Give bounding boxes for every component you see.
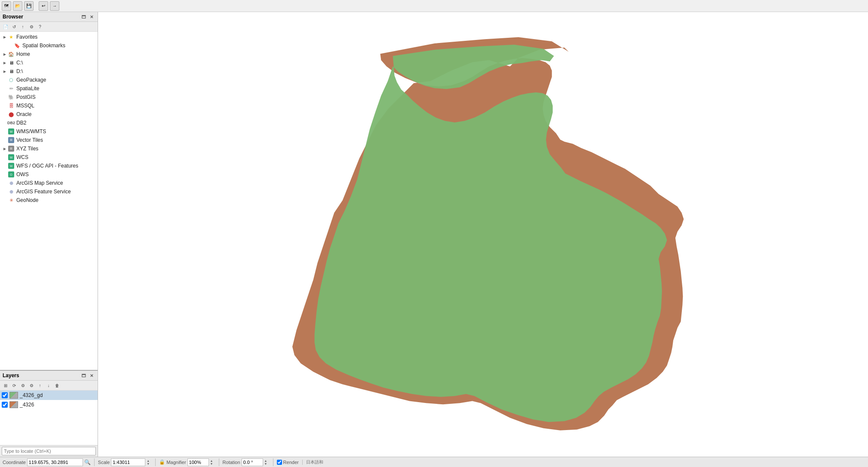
extra-status: 日本語和: [306, 459, 327, 465]
browser-tool-filter[interactable]: ⚙: [28, 23, 35, 31]
layers-close-btn[interactable]: ✕: [88, 372, 95, 379]
browser-panel-header: Browser 🗔 ✕: [0, 12, 98, 22]
wcs-label: WCS: [16, 154, 28, 160]
layers-tool-2[interactable]: ⟳: [10, 382, 18, 389]
c-drive-label: C:\: [16, 60, 23, 66]
browser-tool-help[interactable]: ?: [36, 23, 44, 31]
browser-item-db2[interactable]: DB2 DB2: [0, 119, 98, 127]
toolbar-button-4[interactable]: ↩: [39, 1, 48, 11]
browser-item-geonode[interactable]: ✳ GeoNode: [0, 196, 98, 205]
arcgis-feature-label: ArcGIS Feature Service: [16, 189, 71, 195]
magnifier-input[interactable]: [187, 458, 209, 466]
browser-item-xyz-tiles[interactable]: ▶ ⊞ XYZ Tiles: [0, 144, 98, 153]
magnifier-section: 🔒 Magnifier ▲ ▼: [159, 458, 219, 466]
browser-item-c-drive[interactable]: ▶ 🖥 C:\: [0, 58, 98, 67]
rotation-input[interactable]: [242, 458, 263, 466]
browser-close-btn[interactable]: ✕: [88, 13, 95, 20]
layers-tool-filter[interactable]: ⚙: [19, 382, 27, 389]
mssql-label: MSSQL: [16, 103, 34, 109]
layers-header-icons: 🗔 ✕: [80, 372, 95, 379]
browser-item-geopackage[interactable]: ⬡ GeoPackage: [0, 76, 98, 84]
layers-minimize-btn[interactable]: 🗔: [80, 372, 87, 379]
browser-title: Browser: [3, 14, 23, 20]
browser-item-mssql[interactable]: 🗄 MSSQL: [0, 101, 98, 110]
toolbar-button-1[interactable]: 🗺: [2, 1, 11, 11]
xyz-tiles-label: XYZ Tiles: [16, 146, 38, 152]
render-label: Render: [283, 460, 299, 465]
browser-item-wfs[interactable]: W WFS / OGC API - Features: [0, 162, 98, 170]
postgis-label: PostGIS: [16, 94, 36, 100]
browser-item-ows[interactable]: O OWS: [0, 170, 98, 179]
layers-tool-3[interactable]: ⚙: [28, 382, 35, 389]
browser-item-d-drive[interactable]: ▶ 🖥 D:\: [0, 67, 98, 76]
vector-tiles-icon: ⊞: [8, 137, 15, 143]
coordinate-input[interactable]: [27, 458, 83, 466]
expand-arrow-d-drive: ▶: [2, 70, 8, 73]
magnifier-spin[interactable]: ▲ ▼: [210, 459, 215, 465]
d-drive-icon: 🖥: [8, 68, 15, 75]
postgis-icon: 🐘: [8, 94, 15, 101]
status-bar: Coordinate 🔍 Scale ▲ ▼ 🔒 Magnifier ▲ ▼ R…: [0, 457, 868, 467]
scale-spin[interactable]: ▲ ▼: [147, 459, 152, 465]
browser-tool-new[interactable]: 📄: [2, 23, 9, 31]
geopackage-icon: ⬡: [8, 76, 15, 83]
browser-item-arcgis-feature[interactable]: ⊕ ArcGIS Feature Service: [0, 187, 98, 196]
browser-item-spatialite[interactable]: ✏ SpatiaLite: [0, 84, 98, 93]
search-input[interactable]: [2, 447, 96, 455]
browser-item-vector-tiles[interactable]: ⊞ Vector Tiles: [0, 136, 98, 144]
spatial-bookmarks-label: Spatial Bookmarks: [22, 43, 65, 49]
layer-checkbox-gd[interactable]: [2, 392, 8, 398]
browser-item-wcs[interactable]: W WCS: [0, 153, 98, 162]
browser-item-favorites[interactable]: ▶ ★ Favorites: [0, 33, 98, 41]
geonode-label: GeoNode: [16, 197, 38, 203]
layer-swatch-gd: [9, 392, 18, 399]
layers-title: Layers: [3, 372, 19, 378]
main-toolbar: 🗺 📂 💾 ↩ →: [0, 0, 868, 12]
map-svg: [98, 12, 868, 457]
toolbar-button-5[interactable]: →: [50, 1, 59, 11]
browser-item-postgis[interactable]: 🐘 PostGIS: [0, 93, 98, 101]
browser-item-home[interactable]: ▶ 🏠 Home: [0, 50, 98, 58]
expand-arrow-c-drive: ▶: [2, 61, 8, 65]
layers-tool-up[interactable]: ↑: [36, 382, 44, 389]
layers-tool-1[interactable]: ⊞: [2, 382, 9, 389]
wms-wmts-icon: W: [8, 128, 15, 135]
browser-minimize-btn[interactable]: 🗔: [80, 13, 87, 20]
db2-icon: DB2: [8, 119, 15, 126]
wms-wmts-label: WMS/WMTS: [16, 128, 46, 134]
scale-input[interactable]: [111, 458, 145, 466]
browser-item-oracle[interactable]: ⬤ Oracle: [0, 110, 98, 119]
expand-arrow-xyz-tiles: ▶: [2, 147, 8, 151]
home-label: Home: [16, 51, 30, 57]
layer-item-gd[interactable]: _4326_gd: [0, 391, 98, 400]
layer-label-4326: _4326: [20, 402, 34, 408]
browser-header-icons: 🗔 ✕: [80, 13, 95, 20]
rotation-spin[interactable]: ▲ ▼: [264, 459, 270, 465]
wcs-icon: W: [8, 154, 15, 161]
render-checkbox[interactable]: [277, 460, 282, 465]
layer-item-4326[interactable]: _4326: [0, 400, 98, 409]
browser-item-wms-wmts[interactable]: W WMS/WMTS: [0, 127, 98, 136]
browser-tool-refresh[interactable]: ↺: [10, 23, 18, 31]
c-drive-icon: 🖥: [8, 59, 15, 66]
search-bar: [0, 445, 98, 457]
browser-item-arcgis-map[interactable]: ⊕ ArcGIS Map Service: [0, 179, 98, 187]
spatial-bookmarks-icon: 🔖: [14, 42, 21, 49]
arcgis-map-icon: ⊕: [8, 180, 15, 186]
layers-tool-down[interactable]: ↓: [45, 382, 52, 389]
coordinate-icon: 🔍: [84, 459, 91, 465]
left-panel: Browser 🗔 ✕ 📄 ↺ ↑ ⚙ ? ▶ ★ Favorites: [0, 12, 98, 457]
toolbar-button-2[interactable]: 📂: [13, 1, 22, 11]
browser-tool-up[interactable]: ↑: [19, 23, 27, 31]
toolbar-button-3[interactable]: 💾: [24, 1, 34, 11]
browser-panel: Browser 🗔 ✕ 📄 ↺ ↑ ⚙ ? ▶ ★ Favorites: [0, 12, 98, 371]
favorites-label: Favorites: [16, 34, 37, 40]
arcgis-map-label: ArcGIS Map Service: [16, 180, 63, 186]
rotation-section: Rotation ▲ ▼: [223, 458, 273, 466]
magnifier-icon: 🔒: [159, 459, 165, 465]
layer-checkbox-4326[interactable]: [2, 402, 8, 408]
layers-tool-remove[interactable]: 🗑: [53, 382, 61, 389]
browser-toolbar: 📄 ↺ ↑ ⚙ ?: [0, 22, 98, 32]
layers-panel: Layers 🗔 ✕ ⊞ ⟳ ⚙ ⚙ ↑ ↓ 🗑 _: [0, 371, 98, 457]
browser-item-spatial-bookmarks[interactable]: 🔖 Spatial Bookmarks: [0, 41, 98, 50]
